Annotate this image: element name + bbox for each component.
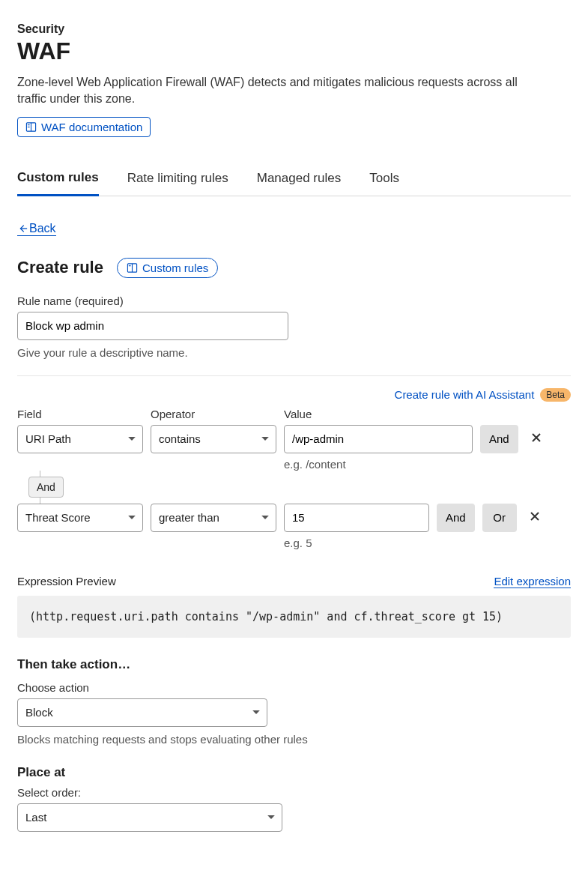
tabs: Custom rules Rate limiting rules Managed… [17,163,571,196]
doc-link-label: WAF documentation [41,121,142,133]
arrow-left-icon [17,223,28,234]
custom-rules-pill-label: Custom rules [142,262,208,274]
then-take-action-title: Then take action… [17,657,571,672]
waf-documentation-link[interactable]: WAF documentation [17,117,151,137]
field-select[interactable]: URI Path [17,425,143,453]
rule-name-input[interactable] [17,312,288,340]
rule-name-label: Rule name (required) [17,295,571,307]
and-button[interactable]: And [480,425,518,453]
divider [17,375,571,376]
value-input[interactable] [284,425,473,453]
edit-expression-link[interactable]: Edit expression [494,575,571,588]
tab-custom-rules[interactable]: Custom rules [17,163,99,196]
create-rule-title: Create rule [17,258,103,277]
field-header: Field [17,408,151,420]
back-link[interactable]: Back [17,222,56,236]
order-select[interactable]: Last [17,803,282,832]
tab-rate-limiting-rules[interactable]: Rate limiting rules [127,163,228,196]
tab-tools[interactable]: Tools [369,163,399,196]
connector-chip: And [28,477,64,498]
operator-select[interactable]: greater than [151,504,276,532]
chevron-down-icon [252,706,261,719]
page-title: WAF [17,37,571,65]
or-button[interactable]: Or [482,504,517,532]
close-icon [529,510,541,525]
back-label: Back [29,222,56,235]
rule-name-help: Give your rule a descriptive name. [17,346,571,359]
action-select[interactable]: Block [17,698,267,727]
chevron-down-icon [261,511,270,524]
action-help: Blocks matching requests and stops evalu… [17,733,571,746]
field-select-value: URI Path [25,432,71,445]
chevron-down-icon [267,811,276,824]
value-example: e.g. /content [284,458,473,471]
operator-select-value: contains [159,432,201,445]
chevron-down-icon [127,432,136,445]
expression-preview-label: Expression Preview [17,575,116,588]
operator-select[interactable]: contains [151,425,276,453]
breadcrumb: Security [17,22,571,36]
order-select-value: Last [25,811,46,824]
book-icon [127,262,138,274]
place-at-title: Place at [17,765,571,780]
select-order-label: Select order: [17,786,571,799]
operator-header: Operator [151,408,284,420]
chevron-down-icon [261,432,270,445]
action-select-value: Block [25,706,53,719]
operator-select-value: greater than [159,511,219,524]
condition-row: Threat Score greater than e.g. 5 And Or [17,504,571,549]
and-button[interactable]: And [437,504,475,532]
value-input[interactable] [284,504,429,532]
expression-preview: (http.request.uri.path contains "/wp-adm… [17,596,571,638]
page-description: Zone-level Web Application Firewall (WAF… [17,74,534,108]
value-header: Value [284,408,483,420]
condition-row: URI Path contains e.g. /content And [17,425,571,471]
remove-condition-button[interactable] [529,432,544,447]
field-select[interactable]: Threat Score [17,504,143,532]
chevron-down-icon [127,511,136,524]
close-icon [530,432,542,446]
tab-managed-rules[interactable]: Managed rules [257,163,341,196]
choose-action-label: Choose action [17,681,571,694]
book-icon [25,121,37,133]
custom-rules-pill[interactable]: Custom rules [117,258,218,278]
value-example: e.g. 5 [284,537,429,549]
ai-assistant-link[interactable]: Create rule with AI Assistant [395,388,535,401]
beta-badge: Beta [540,388,571,402]
field-select-value: Threat Score [25,511,91,524]
remove-condition-button[interactable] [527,510,542,525]
